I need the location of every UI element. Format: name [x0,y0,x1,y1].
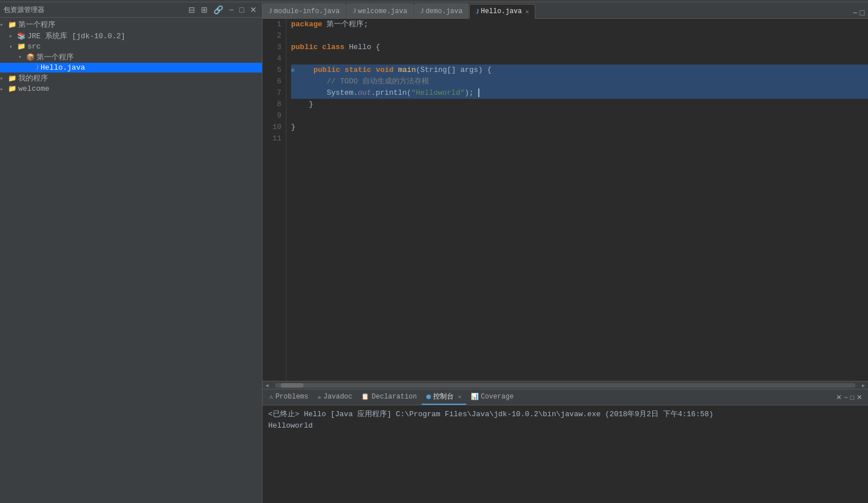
code-editor[interactable]: 1234567891011 package 第一个程序; public clas… [263,19,868,381]
bottom-tab-label: Javadoc [324,393,352,401]
token: static [345,66,376,74]
code-line-8[interactable]: } [291,99,868,110]
token: ; [364,20,368,29]
line-numbers: 1234567891011 [263,19,286,381]
bottom-tab-Problems[interactable]: ⚠Problems [265,391,313,404]
tree-item-project3[interactable]: ▸📁welcome [0,84,262,94]
line-num-7: 7 [263,87,281,99]
token: 第一个程序 [326,20,364,29]
line-num-4: 4 [263,53,281,65]
tree-item-project1[interactable]: ▸📁第一个程序 [0,19,262,30]
code-line-2[interactable] [291,30,868,42]
code-line-10[interactable]: } [291,122,868,133]
sidebar-collapse-button[interactable]: ⊟ [187,5,197,15]
token: ); [465,88,474,97]
sidebar-link-button[interactable]: 🔗 [212,5,225,15]
code-line-7[interactable]: System.out.println("Helloworld"); [291,87,868,99]
tab-bar-end: − □ [849,7,868,18]
folder-icon: 📁 [17,42,26,51]
editor-tab-Hello-java[interactable]: JHello.java✕ [469,4,535,19]
tab-java-icon: J [421,7,424,15]
tree-item-hello[interactable]: JHello.java [0,63,262,73]
bottom-tab-close-icon[interactable]: ✕ [458,393,462,400]
bottom-tab-Javadoc[interactable]: ☕Javadoc [313,391,357,404]
tab-icon-Coverage: 📊 [471,393,479,400]
token: } [291,100,313,108]
tab-bar: Jmodule-info.javaJwelcome.javaJdemo.java… [263,2,868,19]
code-line-9[interactable] [291,110,868,122]
tab-java-icon: J [475,7,479,16]
bottom-tab-控制台[interactable]: 控制台✕ [422,389,466,405]
bottom-tab-Coverage[interactable]: 📊Coverage [466,391,519,404]
editor-tab-module-info-java[interactable]: Jmodule-info.java [263,3,346,18]
code-line-3[interactable]: public class Hello { [291,42,868,53]
bottom-tabs: ⚠Problems☕Javadoc📋Declaration控制台✕📊Covera… [263,389,868,405]
token: package [291,20,326,29]
sidebar-close-button[interactable]: ✕ [248,5,259,15]
tab-java-icon: J [353,7,356,15]
token: public [296,66,345,74]
bottom-tab-label: Problems [276,393,309,401]
tab-icon-Problems: ⚠ [269,393,273,400]
tab-close-icon[interactable]: ✕ [525,8,529,15]
scroll-track[interactable] [275,383,855,388]
token: // TODO [291,77,362,86]
line-num-8: 8 [263,99,281,110]
bottom-tab-label: 控制台 [433,392,454,401]
token: "Helloworld" [411,88,465,97]
sidebar-actions: ⊟ ⊞ 🔗 − □ ✕ [187,5,259,15]
bottom-tab-Declaration[interactable]: 📋Declaration [357,391,421,404]
code-line-6[interactable]: // TODO 自动生成的方法存根 [291,76,868,87]
token: out [358,88,371,97]
console-close-button[interactable]: ✕ [857,393,862,401]
code-line-1[interactable]: package 第一个程序; [291,19,868,30]
editor-scrollbar[interactable]: ◂ ▸ [263,381,868,389]
token: Hello [349,43,376,51]
token: public [291,43,322,51]
console-max-button[interactable]: □ [850,393,854,401]
editor-min-button[interactable]: − [853,8,857,17]
sidebar-expand-button[interactable]: ⊞ [199,5,209,15]
tab-dot [426,395,431,399]
console-clear-button[interactable]: ✕ [836,393,842,401]
editor-max-button[interactable]: □ [860,8,865,17]
sidebar-min-button[interactable]: − [227,5,235,15]
tree-label-project3: welcome [18,84,50,93]
tree-label-hello: Hello.java [41,63,85,72]
code-line-11[interactable] [291,133,868,144]
token: (String[] args) { [416,66,492,74]
token: .println( [371,88,411,97]
code-line-5[interactable]: ⊕ public static void main(String[] args)… [291,65,868,76]
project-icon: 📁 [8,84,17,93]
bottom-tab-actions: ✕ − □ ✕ [833,393,866,401]
tree-arrow-project1: ▸ [0,21,8,28]
tree-item-project2[interactable]: ▸📁我的程序 [0,73,262,84]
editor-tab-welcome-java[interactable]: Jwelcome.java [346,3,413,18]
token: } [291,123,296,131]
code-line-4[interactable] [291,53,868,65]
editor-tab-demo-java[interactable]: Jdemo.java [414,3,469,18]
line-num-1: 1 [263,19,281,30]
project-icon: 📁 [8,21,17,29]
token: { [376,43,380,51]
bottom-tab-label: Declaration [372,393,417,401]
tree-arrow-pkg1: ▾ [18,54,26,61]
tree-item-src[interactable]: ▾📁src [0,42,262,51]
tab-label: demo.java [426,7,463,15]
tree-item-jre[interactable]: ▸📚JRE 系统库 [jdk-10.0.2] [0,30,262,42]
console-line-1: Helloworld [268,420,862,432]
sidebar: 包资源管理器 ⊟ ⊞ 🔗 − □ ✕ ▸📁第一个程序▸📚JRE 系统库 [jdk… [0,2,263,503]
code-content[interactable]: package 第一个程序; public class Hello { ⊕ pu… [286,19,868,381]
tab-java-icon: J [269,7,272,15]
tab-icon-Javadoc: ☕ [317,393,321,400]
sidebar-header: 包资源管理器 ⊟ ⊞ 🔗 − □ ✕ [0,2,262,18]
bottom-tab-label: Coverage [481,393,514,401]
line-num-5: 5 [263,65,281,76]
sidebar-max-button[interactable]: □ [238,5,246,15]
scroll-thumb[interactable] [281,383,304,388]
editor-area: Jmodule-info.javaJwelcome.javaJdemo.java… [263,2,868,503]
cursor [474,88,479,97]
console-min-button[interactable]: − [844,393,848,401]
tree-arrow-project2: ▸ [0,75,8,82]
tree-item-pkg1[interactable]: ▾📦第一个程序 [0,51,262,63]
